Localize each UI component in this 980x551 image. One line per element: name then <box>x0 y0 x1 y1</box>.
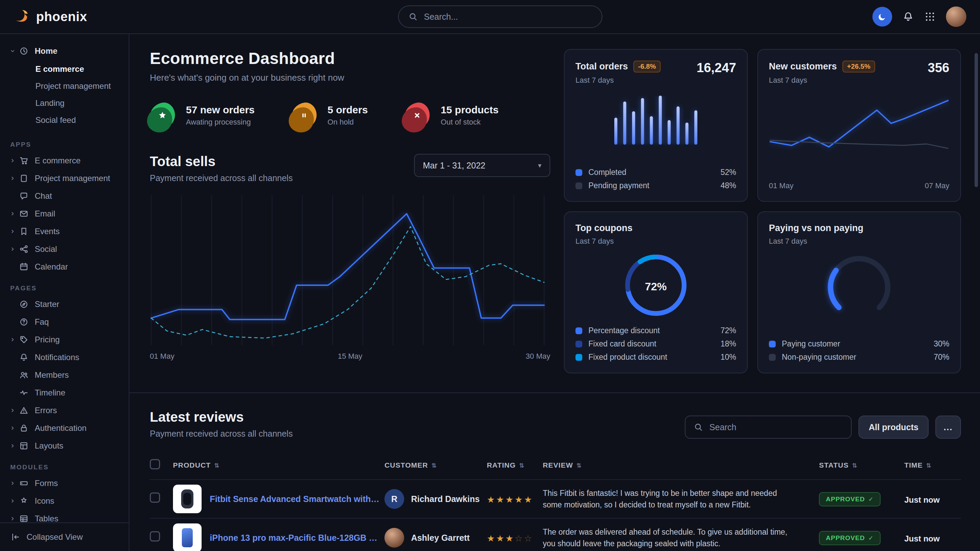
sidebar-item-notifications[interactable]: Notifications <box>0 348 129 366</box>
reviews-table: PRODUCT⇅ CUSTOMER⇅ RATING⇅ REVIEW⇅ STATU… <box>150 451 961 551</box>
legend-swatch <box>576 169 582 176</box>
customer-name: Richard Dawkins <box>411 494 479 504</box>
sidebar-item-forms[interactable]: Forms <box>0 475 129 492</box>
sidebar-item-pricing[interactable]: Pricing <box>0 331 129 348</box>
legend-label: Non-paying customer <box>782 353 856 362</box>
collapsed-view-toggle[interactable]: Collapsed View <box>0 522 129 551</box>
legend-swatch <box>576 354 582 361</box>
sidebar-item-social[interactable]: Social <box>0 240 129 258</box>
column-header-rating[interactable]: RATING⇅ <box>487 451 543 480</box>
column-header-product[interactable]: PRODUCT⇅ <box>173 451 385 480</box>
table-row: iPhone 13 pro max-Pacific Blue-128GB sto… <box>150 518 961 551</box>
total-orders-bar-chart <box>614 95 697 144</box>
lock-icon <box>19 423 29 433</box>
collapse-icon <box>11 532 21 542</box>
caret-right-icon <box>10 407 18 413</box>
sidebar-section-apps: APPS <box>0 141 129 148</box>
legend-swatch <box>576 327 582 334</box>
search-input[interactable] <box>424 12 592 22</box>
sidebar-item-calendar[interactable]: Calendar <box>0 258 129 276</box>
sidebar-item-email[interactable]: Email <box>0 205 129 222</box>
sidebar-nav: HomeE commerceProject managementLandingS… <box>0 34 129 522</box>
kpi-cards: Total orders -6.8% Last 7 days 16,247 Co… <box>564 49 961 373</box>
customer-avatar: R <box>385 489 404 509</box>
sidebar-item-tables[interactable]: Tables <box>0 510 129 522</box>
paying-gauge-chart <box>818 250 900 318</box>
star-icon <box>157 110 168 121</box>
x-axis-label: 01 May <box>150 352 174 361</box>
sidebar-item-chat[interactable]: Chat <box>0 187 129 205</box>
top-coupons-donut: 72% <box>625 254 687 319</box>
apps-grid-button[interactable] <box>924 11 936 22</box>
sidebar-item-home[interactable]: Home <box>0 42 129 60</box>
sidebar-item-authentication[interactable]: Authentication <box>0 419 129 437</box>
all-products-button[interactable]: All products <box>858 416 929 439</box>
product-thumbnail <box>173 524 202 551</box>
sidebar-item-events[interactable]: Events <box>0 222 129 240</box>
row-checkbox[interactable] <box>150 492 160 503</box>
reviews-search[interactable] <box>685 416 852 439</box>
sidebar-item-faq[interactable]: Faq <box>0 313 129 331</box>
collapsed-view-label: Collapsed View <box>27 532 83 542</box>
total-orders-card: Total orders -6.8% Last 7 days 16,247 Co… <box>564 49 748 202</box>
topbar-search[interactable] <box>398 5 602 28</box>
scrollbar-thumb[interactable] <box>975 53 978 187</box>
column-header-status[interactable]: STATUS⇅ <box>819 451 904 480</box>
total-sells-subtitle: Payment received across all channels <box>150 173 293 183</box>
caret-right-icon <box>10 443 18 449</box>
legend-label: Fixed product discount <box>589 353 667 362</box>
user-avatar[interactable] <box>946 6 966 27</box>
select-all-checkbox[interactable] <box>150 459 160 469</box>
sidebar-item-social-feed[interactable]: Social feed <box>0 112 129 129</box>
reviews-controls: All products ... <box>685 416 961 439</box>
column-header-review[interactable]: REVIEW⇅ <box>543 451 819 480</box>
brand[interactable]: phoenix <box>14 8 128 25</box>
notifications-button[interactable] <box>902 11 914 22</box>
product-link[interactable]: Fitbit Sense Advanced Smartwatch with To… <box>210 494 380 504</box>
sidebar-item-project-management[interactable]: Project management <box>0 78 129 95</box>
status-badge: APPROVED✓ <box>819 492 881 507</box>
table-icon <box>19 514 29 522</box>
change-badge: +26.5% <box>842 60 875 73</box>
sidebar-item-errors[interactable]: Errors <box>0 402 129 419</box>
compass-icon <box>19 300 29 309</box>
column-header-customer[interactable]: CUSTOMER⇅ <box>385 451 487 480</box>
caret-right-icon <box>10 157 18 164</box>
sidebar-item-e-commerce[interactable]: E commerce <box>0 152 129 170</box>
caret-right-icon <box>10 246 18 252</box>
sidebar-item-timeline[interactable]: Timeline <box>0 384 129 402</box>
row-checkbox[interactable] <box>150 531 160 541</box>
card-title: Top coupons <box>576 223 632 233</box>
sidebar-item-members[interactable]: Members <box>0 366 129 384</box>
date-range-select[interactable]: Mar 1 - 31, 2022 ▾ <box>414 154 550 177</box>
sidebar-item-starter[interactable]: Starter <box>0 295 129 313</box>
sidebar: HomeE commerceProject managementLandingS… <box>0 34 129 551</box>
card-period: Last 7 days <box>576 76 660 85</box>
sidebar-item-icons[interactable]: Icons <box>0 492 129 510</box>
review-time: Just now <box>904 534 940 543</box>
legend-value: 10% <box>721 353 736 362</box>
page-title: Ecommerce Dashboard <box>150 49 550 68</box>
x-axis-label: 07 May <box>925 181 949 190</box>
more-options-button[interactable]: ... <box>935 416 961 439</box>
total-sells-title: Total sells <box>150 154 293 169</box>
new-orders-icon <box>148 101 177 130</box>
customer-avatar <box>385 528 404 548</box>
legend-value: 52% <box>721 168 736 177</box>
sidebar-item-e-commerce[interactable]: E commerce <box>0 60 129 78</box>
product-link[interactable]: iPhone 13 pro max-Pacific Blue-128GB sto… <box>210 533 380 543</box>
sidebar-item-layouts[interactable]: Layouts <box>0 437 129 455</box>
sidebar-item-landing[interactable]: Landing <box>0 95 129 112</box>
theme-toggle-button[interactable] <box>872 7 892 27</box>
new-customers-chart <box>769 94 949 175</box>
reviews-search-input[interactable] <box>709 422 843 432</box>
out-of-stock-icon <box>403 101 431 130</box>
sidebar-item-project-management[interactable]: Project management <box>0 170 129 187</box>
bell-icon <box>902 11 914 22</box>
sort-icon: ⇅ <box>852 462 858 469</box>
column-header-time[interactable]: TIME⇅ <box>904 451 961 480</box>
question-icon <box>19 317 29 327</box>
grid-icon <box>924 11 936 22</box>
status-badge: APPROVED✓ <box>819 531 881 545</box>
caret-down-icon <box>10 48 18 54</box>
